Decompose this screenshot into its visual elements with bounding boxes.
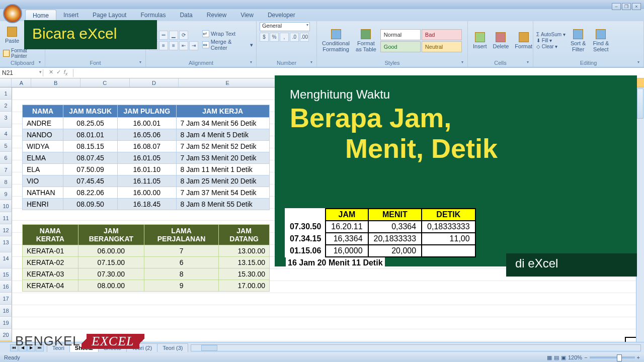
currency-button[interactable]: $: [260, 33, 269, 42]
number-format-select[interactable]: General: [260, 22, 310, 31]
fill-button[interactable]: ⬇ Fill ▾: [536, 38, 566, 43]
find-select-button[interactable]: Find & Select: [591, 28, 611, 53]
ribbon-tab-insert[interactable]: Insert: [56, 10, 86, 21]
align-middle[interactable]: ═: [159, 31, 168, 40]
zoom-in-button[interactable]: +: [637, 354, 640, 360]
zoom-level[interactable]: 120%: [568, 354, 582, 360]
align-center[interactable]: ≡: [159, 41, 168, 50]
group-font: Font: [48, 59, 142, 67]
panel-subtitle: Menghitung Waktu: [290, 87, 622, 102]
fx-icon[interactable]: fx: [64, 69, 68, 76]
col-header-D[interactable]: D: [130, 78, 179, 87]
row-header-15[interactable]: 15: [0, 268, 12, 281]
zoom-out-button[interactable]: −: [584, 354, 587, 360]
row-header-3[interactable]: 3: [0, 112, 12, 128]
overlay-di-excel: di eXcel: [506, 253, 637, 277]
mini-table-jam-menit-detik: JAMMENITDETIK 07.30.5016.20.110,33640,18…: [285, 208, 476, 257]
cancel-formula-icon[interactable]: ✕: [49, 69, 53, 76]
view-break-icon[interactable]: ▣: [561, 354, 566, 361]
status-ready: Ready: [4, 354, 20, 360]
row-header-18[interactable]: 18: [0, 305, 12, 317]
view-normal-icon[interactable]: ▦: [547, 354, 552, 361]
row-header-21[interactable]: 21: [0, 341, 12, 342]
orientation[interactable]: ⟳: [179, 31, 188, 40]
dec-decimal[interactable]: .00: [300, 33, 309, 42]
name-box[interactable]: N21: [0, 69, 43, 76]
percent-button[interactable]: %: [270, 33, 279, 42]
inc-decimal[interactable]: .0: [290, 33, 299, 42]
row-header-17[interactable]: 17: [0, 293, 12, 305]
row-header-5[interactable]: 5: [0, 140, 12, 152]
mini-table-caption: 16 Jam 20 Menit 11 Detik: [286, 257, 385, 268]
row-header-2[interactable]: 2: [0, 100, 12, 112]
ribbon-tab-review[interactable]: Review: [200, 10, 233, 21]
row-header-1[interactable]: 1: [0, 87, 12, 100]
ribbon-tab-formulas[interactable]: Formulas: [133, 10, 173, 21]
comma-button[interactable]: ,: [280, 33, 289, 42]
row-header-8[interactable]: 8: [0, 176, 12, 188]
view-layout-icon[interactable]: ▤: [554, 354, 559, 361]
table-kerata: NAMA KERATAJAM BERANGKATLAMA PERJALANANJ…: [22, 224, 270, 292]
group-number: Number: [260, 59, 313, 67]
format-cells-button[interactable]: Format: [513, 31, 534, 50]
row-header-6[interactable]: 6: [0, 152, 12, 164]
bengkel-excel-logo: BENGKEL EXCEL: [15, 333, 139, 349]
ribbon-tab-developer[interactable]: Developer: [261, 10, 302, 21]
align-right[interactable]: ≡: [169, 41, 178, 50]
group-cells: Cells: [471, 59, 530, 67]
window-titlebar: [0, 0, 644, 9]
row-header-4[interactable]: 4: [0, 128, 12, 140]
group-editing: Editing: [536, 59, 640, 67]
ribbon-tab-home[interactable]: Home: [25, 10, 56, 21]
row-header-9[interactable]: 9: [0, 188, 12, 200]
wrap-text-button[interactable]: ↵Wrap Text: [202, 30, 253, 37]
group-clipboard: Clipboard: [3, 59, 42, 67]
row-header-11[interactable]: 11: [0, 212, 12, 224]
indent-dec[interactable]: ⇤: [179, 41, 188, 50]
ribbon-tab-data[interactable]: Data: [173, 10, 199, 21]
row-header-20[interactable]: 20: [0, 329, 12, 341]
conditional-formatting-button[interactable]: Conditional Formatting: [320, 28, 352, 53]
autosum-button[interactable]: Σ AutoSum ▾: [536, 32, 566, 37]
clear-button[interactable]: ◇ Clear ▾: [536, 44, 566, 49]
title-overlay-panel: Menghitung Waktu Berapa Jam, Menit, Deti…: [275, 75, 637, 266]
col-header-E[interactable]: E: [179, 78, 277, 87]
insert-cells-button[interactable]: Insert: [471, 31, 489, 50]
merge-center-button[interactable]: ⇔Merge & Center ▾: [202, 39, 253, 51]
indent-inc[interactable]: ⇥: [189, 41, 198, 50]
col-header-C[interactable]: C: [80, 78, 130, 87]
close-button[interactable]: ×: [632, 3, 641, 10]
row-header-13[interactable]: 13: [0, 236, 12, 252]
vertical-scrollbar[interactable]: [636, 78, 644, 342]
window-controls: – ❐ ×: [612, 3, 641, 10]
col-header-B[interactable]: B: [31, 78, 80, 87]
status-bar: Ready ▦ ▤ ▣ 120% − +: [0, 353, 644, 362]
row-header-19[interactable]: 19: [0, 317, 12, 329]
ribbon-tab-page-layout[interactable]: Page Layout: [86, 10, 133, 21]
restore-button[interactable]: ❐: [622, 3, 631, 10]
panel-line2: Menit, Detik: [290, 134, 622, 163]
paste-button[interactable]: Paste: [3, 26, 21, 45]
col-header-A[interactable]: A: [12, 78, 31, 87]
office-button[interactable]: [3, 4, 22, 23]
row-header-7[interactable]: 7: [0, 164, 12, 176]
horizontal-scrollbar[interactable]: [191, 344, 641, 351]
panel-line1: Berapa Jam,: [290, 104, 622, 132]
delete-cells-button[interactable]: Delete: [491, 31, 511, 50]
sheet-tab-teori3[interactable]: Teori (3): [157, 343, 188, 352]
cell-styles-gallery[interactable]: Normal Bad Good Neutral: [380, 29, 462, 52]
minimize-button[interactable]: –: [612, 3, 621, 10]
row-header-14[interactable]: 14: [0, 252, 12, 268]
group-align: Alignment: [149, 59, 253, 67]
align-bottom[interactable]: ▁: [169, 31, 178, 40]
enter-formula-icon[interactable]: ✓: [56, 69, 61, 76]
format-as-table-button[interactable]: Format as Table: [354, 28, 378, 53]
ribbon-tab-view[interactable]: View: [233, 10, 261, 21]
format-painter-button[interactable]: Format Painter: [11, 48, 42, 59]
row-header-16[interactable]: 16: [0, 281, 12, 293]
zoom-slider[interactable]: [590, 356, 635, 358]
row-header-10[interactable]: 10: [0, 200, 12, 212]
row-header-12[interactable]: 12: [0, 224, 12, 236]
table-jam-kerja: NAMAJAM MASUKJAM PULANGJAM KERJA ANDRE08…: [22, 105, 270, 210]
sort-filter-button[interactable]: Sort & Filter: [569, 28, 588, 53]
